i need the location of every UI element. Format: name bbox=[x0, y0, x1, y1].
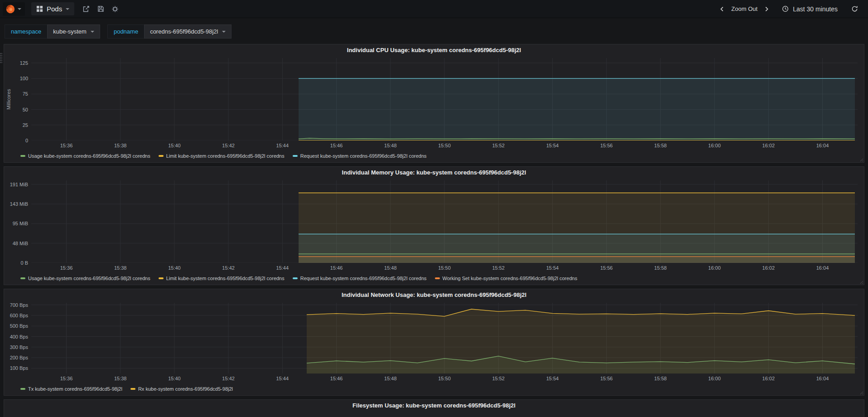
y-tick-label: 0 bbox=[25, 138, 28, 143]
submenu-variables: namespace kube-system podname coredns-69… bbox=[0, 18, 868, 43]
x-tick-label: 15:36 bbox=[60, 376, 73, 381]
legend-item[interactable]: Request kube-system coredns-695f96dcd5-9… bbox=[293, 153, 427, 159]
legend-series-label: Limit kube-system coredns-695f96dcd5-98j… bbox=[166, 276, 285, 281]
y-tick-label: 25 bbox=[23, 122, 28, 128]
panel-title[interactable]: Individual CPU Usage: kube-system coredn… bbox=[4, 44, 864, 56]
y-tick-label: 200 Bps bbox=[10, 355, 28, 360]
panel-resize-handle[interactable] bbox=[859, 390, 863, 394]
legend-series-label: Request kube-system coredns-695f96dcd5-9… bbox=[300, 153, 427, 159]
legend-series-icon bbox=[159, 155, 164, 157]
panel-resize-handle[interactable] bbox=[859, 157, 863, 161]
x-tick-label: 15:46 bbox=[330, 376, 343, 381]
x-tick-label: 16:00 bbox=[708, 143, 721, 148]
x-tick-label: 16:00 bbox=[708, 265, 721, 271]
legend-series-icon bbox=[435, 277, 440, 279]
refresh-button[interactable] bbox=[848, 3, 861, 15]
chart-canvas[interactable] bbox=[31, 303, 858, 373]
y-tick-label: 50 bbox=[23, 107, 28, 112]
variable-podname: podname coredns-695f96dcd5-98j2l bbox=[107, 24, 232, 39]
dashboard-actions bbox=[80, 3, 121, 15]
panel-title[interactable]: Individual Network Usage: kube-system co… bbox=[4, 289, 864, 301]
dashboard-grid-icon bbox=[36, 5, 43, 12]
y-tick-label: 400 Bps bbox=[10, 334, 28, 339]
x-tick-label: 15:52 bbox=[492, 143, 505, 148]
time-range-picker[interactable]: Last 30 minutes bbox=[782, 5, 839, 13]
plot-area[interactable] bbox=[31, 180, 858, 263]
variable-value-dropdown[interactable]: kube-system bbox=[47, 24, 100, 39]
variable-label: namespace bbox=[5, 24, 47, 39]
time-range-label: Last 30 minutes bbox=[791, 5, 839, 13]
legend-series-label: Rx kube-system coredns-695f96dcd5-98j2l bbox=[138, 386, 233, 392]
legend-item[interactable]: Tx kube-system coredns-695f96dcd5-98j2l bbox=[20, 386, 122, 392]
legend-series-icon bbox=[20, 277, 25, 279]
dashboard-title: Pods bbox=[47, 5, 62, 13]
clock-icon bbox=[782, 5, 789, 12]
panel-filesystem-usage: Filesystem Usage: kube-system coredns-69… bbox=[4, 399, 864, 417]
y-tick-label: 191 MiB bbox=[10, 182, 28, 187]
variable-label: podname bbox=[107, 24, 144, 39]
x-tick-label: 15:44 bbox=[276, 265, 289, 271]
legend-item[interactable]: Rx kube-system coredns-695f96dcd5-98j2l bbox=[130, 386, 233, 392]
caret-down-icon bbox=[91, 31, 94, 33]
variable-value-dropdown[interactable]: coredns-695f96dcd5-98j2l bbox=[144, 24, 231, 39]
chart-canvas[interactable] bbox=[31, 180, 858, 263]
plot-area[interactable] bbox=[31, 303, 858, 373]
x-tick-label: 15:42 bbox=[222, 265, 235, 271]
legend-item[interactable]: Request kube-system coredns-695f96dcd5-9… bbox=[293, 276, 427, 281]
grafana-main-menu[interactable] bbox=[3, 2, 25, 16]
legend: Usage kube-system coredns-695f96dcd5-98j… bbox=[20, 274, 858, 283]
caret-down-icon bbox=[18, 8, 21, 10]
dashboard-panels: Individual CPU Usage: kube-system coredn… bbox=[0, 43, 868, 417]
x-tick-label: 15:54 bbox=[546, 143, 559, 148]
legend-series-label: Limit kube-system coredns-695f96dcd5-98j… bbox=[166, 153, 285, 159]
legend-item[interactable]: Usage kube-system coredns-695f96dcd5-98j… bbox=[20, 276, 150, 281]
x-tick-label: 16:02 bbox=[762, 265, 775, 271]
y-tick-label: 125 bbox=[20, 60, 28, 66]
x-tick-label: 15:44 bbox=[276, 143, 289, 148]
x-tick-label: 16:04 bbox=[816, 265, 829, 271]
panel-network-usage: Individual Network Usage: kube-system co… bbox=[4, 289, 864, 396]
top-navbar: Pods Zoom Out bbox=[0, 0, 868, 18]
y-tick-label: 75 bbox=[23, 91, 28, 97]
dashboard-picker[interactable]: Pods bbox=[31, 2, 74, 15]
x-tick-label: 15:40 bbox=[168, 143, 181, 148]
x-tick-label: 15:52 bbox=[492, 265, 505, 271]
time-shift-forward-button[interactable] bbox=[760, 3, 773, 15]
x-tick-label: 15:54 bbox=[546, 376, 559, 381]
panel-cpu-usage: Individual CPU Usage: kube-system coredn… bbox=[4, 44, 864, 163]
share-button[interactable] bbox=[80, 3, 92, 15]
x-tick-label: 15:36 bbox=[60, 265, 73, 271]
time-shift-back-button[interactable] bbox=[716, 3, 728, 15]
x-tick-label: 15:48 bbox=[384, 265, 397, 271]
legend-item[interactable]: Limit kube-system coredns-695f96dcd5-98j… bbox=[159, 153, 285, 159]
legend-series-icon bbox=[20, 155, 25, 157]
x-tick-label: 15:42 bbox=[222, 143, 235, 148]
legend-series-label: Usage kube-system coredns-695f96dcd5-98j… bbox=[28, 276, 150, 281]
x-tick-label: 15:44 bbox=[276, 376, 289, 381]
x-tick-label: 15:40 bbox=[168, 265, 181, 271]
row-drag-handle[interactable] bbox=[0, 53, 2, 63]
legend-item[interactable]: Usage kube-system coredns-695f96dcd5-98j… bbox=[20, 153, 150, 159]
legend-item[interactable]: Limit kube-system coredns-695f96dcd5-98j… bbox=[159, 276, 285, 281]
settings-button[interactable] bbox=[109, 3, 121, 15]
legend-series-icon bbox=[293, 277, 298, 279]
panel-title[interactable]: Filesystem Usage: kube-system coredns-69… bbox=[4, 400, 864, 412]
legend-item[interactable]: Working Set kube-system coredns-695f96dc… bbox=[435, 276, 578, 281]
x-tick-label: 15:56 bbox=[600, 143, 613, 148]
panel-resize-handle[interactable] bbox=[859, 280, 863, 284]
legend-series-label: Working Set kube-system coredns-695f96dc… bbox=[443, 276, 578, 281]
variable-namespace: namespace kube-system bbox=[5, 24, 100, 39]
save-button[interactable] bbox=[94, 3, 107, 15]
panel-title[interactable]: Individual Memory Usage: kube-system cor… bbox=[4, 167, 864, 179]
x-tick-label: 15:38 bbox=[114, 143, 127, 148]
x-tick-label: 15:40 bbox=[168, 376, 181, 381]
legend-series-label: Usage kube-system coredns-695f96dcd5-98j… bbox=[28, 153, 150, 159]
grafana-logo-icon bbox=[5, 4, 15, 14]
x-tick-label: 16:04 bbox=[816, 376, 829, 381]
plot-area[interactable] bbox=[31, 58, 858, 141]
y-tick-label: 95 MiB bbox=[13, 221, 28, 226]
panel-memory-usage: Individual Memory Usage: kube-system cor… bbox=[4, 166, 864, 285]
y-tick-label: 600 Bps bbox=[10, 313, 28, 318]
chart-canvas[interactable] bbox=[31, 58, 858, 141]
zoom-out-button[interactable]: Zoom Out bbox=[730, 5, 759, 12]
